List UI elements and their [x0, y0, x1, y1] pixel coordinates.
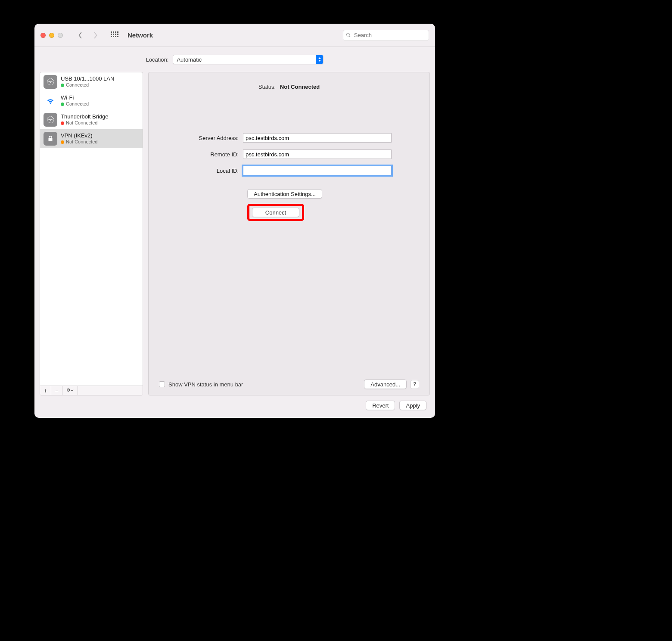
- footer-buttons: Revert Apply: [34, 401, 435, 418]
- remote-id-label: Remote ID:: [159, 151, 243, 158]
- forward-button[interactable]: [90, 29, 102, 41]
- service-status: Connected: [61, 101, 89, 107]
- service-list: USB 10/1...1000 LAN Connected Wi-Fi Conn…: [40, 72, 143, 386]
- location-select[interactable]: Automatic: [173, 55, 324, 64]
- sidebar-footer: + −: [40, 386, 143, 395]
- status-label: Status:: [258, 84, 276, 90]
- service-status: Connected: [61, 82, 114, 88]
- status-dot-icon: [61, 103, 64, 106]
- back-button[interactable]: [74, 29, 86, 41]
- main-content: USB 10/1...1000 LAN Connected Wi-Fi Conn…: [34, 72, 435, 401]
- service-sidebar: USB 10/1...1000 LAN Connected Wi-Fi Conn…: [40, 72, 143, 395]
- remote-id-row: Remote ID:: [159, 149, 419, 159]
- add-service-button[interactable]: +: [40, 386, 51, 395]
- chevron-updown-icon: [316, 55, 323, 64]
- svg-rect-0: [111, 31, 112, 33]
- help-button[interactable]: ?: [410, 380, 419, 389]
- location-value: Automatic: [177, 56, 202, 63]
- svg-rect-5: [113, 34, 114, 35]
- show-all-icon[interactable]: [109, 29, 121, 41]
- server-address-input[interactable]: [243, 133, 392, 143]
- lock-icon: [44, 132, 57, 146]
- location-label: Location:: [146, 56, 169, 63]
- status-dot-icon: [61, 84, 64, 87]
- connect-highlight: Connect: [247, 204, 304, 221]
- service-wifi[interactable]: Wi-Fi Connected: [40, 91, 143, 110]
- service-name: Thunderbolt Bridge: [61, 113, 109, 120]
- svg-rect-4: [111, 34, 112, 35]
- auth-settings-button[interactable]: Authentication Settings...: [247, 189, 322, 199]
- local-id-label: Local ID:: [159, 168, 243, 174]
- status-value: Not Connected: [280, 84, 320, 90]
- status-dot-icon: [61, 121, 64, 125]
- svg-rect-1: [113, 31, 114, 33]
- status-dot-icon: [61, 140, 64, 144]
- svg-rect-7: [117, 34, 118, 35]
- wifi-icon: [44, 94, 57, 108]
- window-controls: [40, 33, 63, 38]
- service-usb-lan[interactable]: USB 10/1...1000 LAN Connected: [40, 72, 143, 91]
- detail-panel: Status: Not Connected Server Address: Re…: [148, 72, 430, 395]
- zoom-window-button[interactable]: [58, 33, 63, 38]
- apply-button[interactable]: Apply: [399, 401, 426, 410]
- remove-service-button[interactable]: −: [51, 386, 62, 395]
- svg-rect-10: [115, 36, 116, 37]
- svg-rect-3: [117, 31, 118, 33]
- ethernet-icon: [44, 75, 57, 89]
- svg-rect-11: [117, 36, 118, 37]
- server-address-label: Server Address:: [159, 135, 243, 141]
- svg-rect-9: [113, 36, 114, 37]
- service-status: Not Connected: [61, 120, 109, 126]
- ethernet-icon: [44, 113, 57, 127]
- location-row: Location: Automatic: [34, 47, 435, 72]
- advanced-button[interactable]: Advanced...: [364, 380, 407, 389]
- service-status: Not Connected: [61, 139, 97, 145]
- local-id-row: Local ID:: [159, 166, 419, 175]
- svg-point-15: [68, 389, 68, 390]
- show-vpn-status-checkbox[interactable]: [159, 381, 165, 387]
- minimize-window-button[interactable]: [49, 33, 54, 38]
- svg-rect-6: [115, 34, 116, 35]
- svg-rect-8: [111, 36, 112, 37]
- show-vpn-status-label: Show VPN status in menu bar: [168, 381, 243, 388]
- remote-id-input[interactable]: [243, 149, 392, 159]
- local-id-input[interactable]: [243, 166, 392, 175]
- toolbar: Network: [34, 24, 435, 47]
- status-row: Status: Not Connected: [159, 84, 419, 90]
- connect-button[interactable]: Connect: [252, 208, 299, 217]
- revert-button[interactable]: Revert: [366, 401, 395, 410]
- detail-bottom-row: Show VPN status in menu bar Advanced... …: [159, 380, 419, 389]
- service-options-button[interactable]: [62, 386, 78, 395]
- search-icon: [346, 32, 351, 38]
- network-prefs-window: Network Location: Automatic USB 10/1..: [34, 24, 435, 418]
- page-title: Network: [128, 31, 153, 39]
- svg-rect-2: [115, 31, 116, 33]
- search-field[interactable]: [343, 30, 429, 41]
- close-window-button[interactable]: [40, 33, 46, 38]
- service-thunderbolt[interactable]: Thunderbolt Bridge Not Connected: [40, 110, 143, 129]
- server-address-row: Server Address:: [159, 133, 419, 143]
- action-buttons: Authentication Settings... Connect: [247, 189, 419, 221]
- service-vpn[interactable]: VPN (IKEv2) Not Connected: [40, 129, 143, 148]
- search-input[interactable]: [353, 31, 426, 39]
- service-name: Wi-Fi: [61, 94, 89, 101]
- service-name: VPN (IKEv2): [61, 132, 97, 139]
- sidebar-footer-spacer: [78, 386, 143, 395]
- service-name: USB 10/1...1000 LAN: [61, 75, 114, 82]
